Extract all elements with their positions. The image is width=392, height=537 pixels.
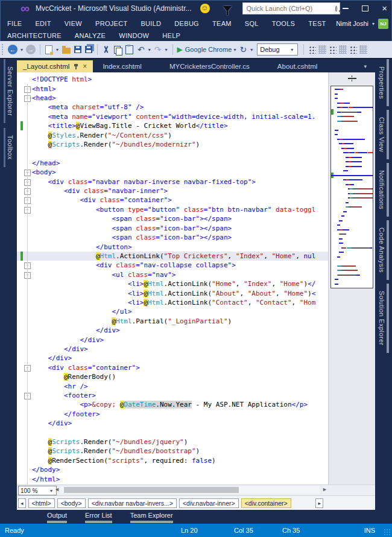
quick-launch-input[interactable] bbox=[245, 4, 334, 13]
code-line[interactable]: </div> bbox=[17, 419, 329, 428]
editor-zoom-select[interactable]: 100 %▾ bbox=[18, 486, 57, 495]
maximize-button[interactable] bbox=[362, 5, 368, 11]
editor-toggle-icon[interactable] bbox=[349, 45, 357, 54]
minimize-button[interactable] bbox=[343, 8, 349, 9]
code-line[interactable]: <span class="icon-bar"></span> bbox=[17, 214, 329, 223]
breadcrumb-item[interactable]: <body> bbox=[57, 498, 86, 508]
code-line[interactable]: - <div class="nav-collapse collapse"> bbox=[17, 261, 329, 270]
editor-toggle-icon[interactable] bbox=[339, 45, 347, 54]
save-icon[interactable] bbox=[74, 46, 81, 53]
close-button[interactable]: × bbox=[382, 5, 387, 12]
breadcrumb-item[interactable]: <html> bbox=[28, 498, 55, 508]
code-line[interactable]: </body> bbox=[17, 465, 329, 474]
editor-toggle-icon[interactable] bbox=[308, 45, 316, 54]
tab-About.cshtml[interactable]: About.cshtml bbox=[271, 60, 323, 72]
new-item-dropdown-icon[interactable]: ▾ bbox=[56, 47, 58, 52]
tab-list-dropdown-icon[interactable]: ▾ bbox=[364, 63, 367, 69]
menu-item-sql[interactable]: SQL bbox=[238, 20, 265, 27]
code-line[interactable]: -<head> bbox=[17, 94, 329, 103]
tab-MYCricketersController.cs[interactable]: MYCricketersController.cs bbox=[163, 60, 256, 72]
code-line[interactable]: - <button type="button" class="btn btn-n… bbox=[17, 205, 329, 214]
cut-icon[interactable] bbox=[103, 46, 110, 54]
panel-tab-error-list[interactable]: Error List bbox=[85, 510, 112, 523]
code-line[interactable]: -<html> bbox=[17, 84, 329, 93]
code-line[interactable]: - <div class="navbar-inner"> bbox=[17, 186, 329, 195]
sidebar-tab-toolbox[interactable]: Toolbox bbox=[4, 128, 14, 167]
code-line[interactable]: @Html.Partial("_LoginPartial") bbox=[17, 317, 329, 326]
filter-funnel-icon[interactable] bbox=[223, 6, 232, 11]
code-line[interactable]: </head> bbox=[17, 159, 329, 168]
editor-toggle-icon[interactable] bbox=[359, 45, 367, 54]
back-dropdown-icon[interactable]: ▾ bbox=[21, 47, 23, 52]
tab-Index.cshtml[interactable]: Index.cshtml bbox=[96, 60, 148, 72]
code-line[interactable]: @RenderBody() bbox=[17, 372, 329, 381]
open-file-icon[interactable] bbox=[62, 48, 71, 54]
code-line[interactable]: </div> bbox=[17, 354, 329, 363]
code-line[interactable]: @Scripts.Render("~/bundles/jquery") bbox=[17, 437, 329, 446]
code-line[interactable]: </div> bbox=[17, 326, 329, 335]
code-line[interactable]: @Html.ActionLink("Top Cricketers", "Inde… bbox=[17, 252, 329, 261]
code-line[interactable]: <li>@Html.ActionLink("Contact", "Contact… bbox=[17, 298, 329, 307]
sidebar-tab-properties[interactable]: Properties bbox=[378, 59, 389, 106]
menu-item-analyze[interactable]: ANALYZE bbox=[68, 32, 112, 39]
code-line[interactable]: </html> bbox=[17, 474, 329, 483]
code-line[interactable]: <meta name="viewport" content="width=dev… bbox=[17, 112, 329, 121]
refresh-icon[interactable]: ↻ bbox=[239, 45, 247, 54]
menu-item-project[interactable]: PROJECT bbox=[89, 20, 134, 27]
code-line[interactable]: @RenderSection("scripts", required: fals… bbox=[17, 456, 329, 465]
code-line[interactable]: </div> bbox=[17, 345, 329, 354]
sidebar-tab-server-explorer[interactable]: Server Explorer bbox=[4, 59, 14, 123]
code-line[interactable]: <li>@Html.ActionLink("Home", "Index", "H… bbox=[17, 279, 329, 288]
code-line[interactable]: <hr /> bbox=[17, 381, 329, 390]
avatar[interactable]: NJ bbox=[378, 19, 388, 29]
breadcrumb-prev-icon[interactable]: ◂ bbox=[18, 498, 26, 508]
code-line[interactable]: </footer> bbox=[17, 410, 329, 419]
navigate-forward-button[interactable]: → bbox=[26, 45, 36, 54]
scrollbar-thumb[interactable] bbox=[64, 487, 239, 493]
feedback-smiley-icon[interactable]: ☺ bbox=[200, 4, 210, 13]
run-target-label[interactable]: Google Chrome bbox=[185, 46, 232, 53]
code-line[interactable]: - <div class="container"> bbox=[17, 195, 329, 205]
sidebar-tab-class-view[interactable]: Class View bbox=[378, 110, 389, 159]
user-name[interactable]: Nimit Joshi bbox=[336, 20, 368, 27]
code-line[interactable]: @Scripts.Render("~/bundles/modernizr") bbox=[17, 140, 329, 149]
code-editor[interactable]: <!DOCTYPE html>-<html>-<head> <meta char… bbox=[17, 72, 375, 485]
sidebar-tab-code-analysis[interactable]: Code Analysis bbox=[378, 220, 389, 280]
redo-dropdown-icon[interactable]: ▾ bbox=[165, 47, 168, 52]
menu-item-help[interactable]: HELP bbox=[156, 32, 187, 39]
solution-config-select[interactable]: Debug▾ bbox=[257, 43, 298, 56]
scroll-right-icon[interactable]: ► bbox=[322, 486, 327, 492]
run-target-dropdown-icon[interactable]: ▾ bbox=[233, 47, 236, 52]
panel-tab-output[interactable]: Output bbox=[47, 510, 67, 523]
start-debug-icon[interactable]: ▶ bbox=[177, 45, 183, 54]
menu-item-build[interactable]: BUILD bbox=[134, 20, 168, 27]
breadcrumb-item[interactable]: <div.navbar-inner> bbox=[179, 498, 239, 508]
resize-grip[interactable] bbox=[384, 529, 391, 536]
horizontal-scrollbar[interactable] bbox=[60, 486, 320, 494]
redo-icon[interactable]: ↷ bbox=[154, 45, 162, 54]
quick-launch-box[interactable] bbox=[242, 2, 340, 14]
toolbar-grip[interactable] bbox=[1, 43, 4, 56]
menu-item-debug[interactable]: DEBUG bbox=[168, 20, 206, 27]
breadcrumb-item[interactable]: <div.container> bbox=[241, 498, 291, 508]
code-line[interactable]: <span class="icon-bar"></span> bbox=[17, 233, 329, 242]
editor-toggle-icon[interactable] bbox=[318, 45, 326, 54]
menu-item-team[interactable]: TEAM bbox=[206, 20, 238, 27]
code-line[interactable] bbox=[17, 149, 329, 158]
code-line[interactable]: <li>@Html.ActionLink("About", "About", "… bbox=[17, 288, 329, 297]
editor-toggle-icon[interactable] bbox=[329, 45, 337, 54]
code-line[interactable]: <p>&copy; @DateTime.Now.Year - My ASP.NE… bbox=[17, 400, 329, 409]
navigate-back-button[interactable]: ← bbox=[8, 45, 17, 54]
copy-icon[interactable] bbox=[114, 46, 121, 54]
code-line[interactable]: -<body> bbox=[17, 168, 329, 177]
save-all-icon[interactable] bbox=[85, 46, 92, 53]
breadcrumb-next-icon[interactable]: ▸ bbox=[315, 498, 323, 508]
code-line[interactable] bbox=[17, 428, 329, 437]
code-line[interactable]: </ul> bbox=[17, 307, 329, 316]
code-line[interactable]: - <ul class="nav"> bbox=[17, 270, 329, 279]
menu-item-window[interactable]: WINDOW bbox=[112, 32, 156, 39]
code-line[interactable]: @Styles.Render("~/Content/css") bbox=[17, 130, 329, 139]
sidebar-tab-solution-explorer[interactable]: Solution Explorer bbox=[378, 284, 389, 353]
panel-tab-team-explorer[interactable]: Team Explorer bbox=[130, 510, 173, 523]
code-line[interactable]: @Scripts.Render("~/bundles/bootstrap") bbox=[17, 446, 329, 456]
